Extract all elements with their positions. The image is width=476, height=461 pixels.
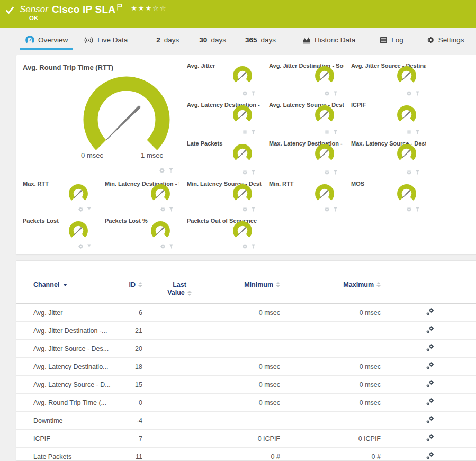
gauge-tile-max-rtt[interactable]: Max. RTT bbox=[22, 177, 97, 214]
column-header-maximum[interactable]: Maximum bbox=[280, 281, 381, 288]
pin-icon[interactable] bbox=[333, 169, 338, 175]
gear-icon[interactable] bbox=[160, 243, 166, 249]
pin-icon[interactable] bbox=[415, 91, 420, 96]
column-header-minimum[interactable]: Minimum bbox=[217, 281, 280, 288]
pin-icon[interactable] bbox=[250, 129, 256, 135]
tab-log[interactable]: Log bbox=[379, 35, 405, 50]
gear-icon[interactable] bbox=[324, 129, 330, 135]
gear-icon[interactable] bbox=[406, 206, 412, 212]
gear-icon[interactable] bbox=[406, 129, 412, 135]
edit-channel-button[interactable] bbox=[426, 344, 435, 352]
gauge-tile-avg-latency-source-destin[interactable]: Avg. Latency Source - Destin... bbox=[268, 98, 344, 137]
channel-row-avg-jitter-source-des[interactable]: Avg. Jitter Source - Des... 20 bbox=[16, 340, 476, 358]
edit-channel-button[interactable] bbox=[426, 451, 435, 460]
pin-icon[interactable] bbox=[250, 243, 256, 249]
tab-2-days[interactable]: 2days bbox=[155, 35, 180, 50]
channel-row-icpif[interactable]: ICPIF 7 0 ICPIF 0 ICPIF bbox=[16, 430, 476, 448]
channel-name[interactable]: Downtime bbox=[33, 417, 123, 424]
column-header-last-value[interactable]: Last Value bbox=[142, 281, 217, 297]
pin-icon[interactable] bbox=[86, 206, 92, 212]
column-header-channel[interactable]: Channel bbox=[33, 281, 123, 288]
star-empty-icon[interactable]: ☆ bbox=[152, 4, 160, 12]
column-header-id[interactable]: ID bbox=[123, 281, 142, 288]
gear-icon[interactable] bbox=[159, 167, 165, 174]
gauge-tile-avg-jitter-source-destination[interactable]: Avg. Jitter Source - Destination bbox=[350, 59, 426, 98]
edit-channel-button[interactable] bbox=[426, 415, 435, 424]
gear-icon[interactable] bbox=[406, 91, 412, 96]
gauge-tile-mos[interactable]: MOS bbox=[350, 177, 426, 214]
channel-row-avg-latency-destinatio[interactable]: Avg. Latency Destinatio... 18 0 msec 0 m… bbox=[16, 358, 476, 376]
gauge-tile-max-latency-destination-so[interactable]: Max. Latency Destination - So... bbox=[268, 137, 344, 177]
gauge-tile-avg-jitter[interactable]: Avg. Jitter bbox=[186, 59, 262, 98]
edit-channel-button[interactable] bbox=[426, 326, 435, 335]
pin-icon[interactable] bbox=[415, 206, 420, 212]
star-filled-icon[interactable]: ★ bbox=[131, 4, 138, 12]
pin-icon[interactable] bbox=[250, 206, 256, 212]
tab-settings[interactable]: Settings bbox=[426, 35, 465, 50]
gauge-tile-avg-latency-destination-so[interactable]: Avg. Latency Destination - So... bbox=[186, 98, 262, 137]
gauge-tile-min-latency-source-destina[interactable]: Min. Latency Source - Destina... bbox=[186, 177, 262, 214]
gauge-tile-min-rtt[interactable]: Min. RTT bbox=[268, 177, 344, 214]
tab-historic-data[interactable]: Historic Data bbox=[301, 35, 356, 50]
gear-icon[interactable] bbox=[242, 129, 248, 135]
pin-icon[interactable] bbox=[333, 91, 338, 96]
gear-icon[interactable] bbox=[242, 91, 248, 96]
gauge-tile-packets-lost[interactable]: Packets Lost % bbox=[104, 214, 179, 251]
gear-icon[interactable] bbox=[324, 91, 330, 96]
pin-icon[interactable] bbox=[86, 243, 92, 249]
channel-row-avg-latency-source-d[interactable]: Avg. Latency Source - D... 15 0 msec 0 m… bbox=[16, 376, 476, 394]
gear-icon[interactable] bbox=[78, 243, 84, 249]
channel-name[interactable]: Avg. Latency Destinatio... bbox=[33, 363, 123, 370]
gauge-tile-packets-out-of-sequence[interactable]: Packets Out of Sequence bbox=[186, 214, 262, 251]
channel-name[interactable]: Avg. Latency Source - D... bbox=[33, 381, 123, 388]
channel-name[interactable]: Avg. Jitter bbox=[33, 309, 123, 317]
flag-icon[interactable] bbox=[117, 4, 122, 11]
tab-live-data[interactable]: Live Data bbox=[83, 35, 129, 50]
star-filled-icon[interactable]: ★ bbox=[138, 4, 146, 12]
channel-name[interactable]: ICPIF bbox=[33, 435, 123, 442]
channel-row-downtime[interactable]: Downtime -4 bbox=[16, 412, 476, 430]
tab-30-days[interactable]: 30days bbox=[198, 35, 227, 50]
channel-name[interactable]: Avg. Jitter Destination -... bbox=[33, 327, 123, 335]
gear-icon[interactable] bbox=[324, 206, 330, 212]
gauge-tile-packets-lost[interactable]: Packets Lost bbox=[22, 214, 97, 251]
gauge-tile-featured[interactable]: Avg. Round Trip Time (RTT) 0 msec 1 msec bbox=[22, 59, 179, 177]
gear-icon[interactable] bbox=[406, 169, 412, 175]
pin-icon[interactable] bbox=[250, 169, 256, 175]
channel-name[interactable]: Late Packets bbox=[33, 453, 123, 460]
gear-icon[interactable] bbox=[242, 243, 248, 249]
edit-channel-button[interactable] bbox=[426, 361, 435, 370]
channel-row-avg-jitter[interactable]: Avg. Jitter 6 0 msec 0 msec bbox=[16, 304, 476, 322]
pin-icon[interactable] bbox=[415, 169, 420, 175]
edit-channel-button[interactable] bbox=[426, 433, 435, 442]
gear-icon[interactable] bbox=[242, 206, 248, 212]
edit-channel-button[interactable] bbox=[426, 379, 435, 388]
gauge-tile-icpif[interactable]: ICPIF bbox=[350, 98, 426, 137]
channel-row-avg-round-trip-time[interactable]: Avg. Round Trip Time (... 0 0 msec 0 mse… bbox=[16, 394, 476, 412]
gear-icon[interactable] bbox=[324, 169, 330, 175]
gear-icon[interactable] bbox=[242, 169, 248, 175]
pin-icon[interactable] bbox=[333, 129, 338, 135]
edit-channel-button[interactable] bbox=[426, 397, 435, 406]
tab-365-days[interactable]: 365days bbox=[244, 35, 277, 50]
gear-icon[interactable] bbox=[160, 206, 166, 212]
gauge-tile-avg-jitter-destination-source[interactable]: Avg. Jitter Destination - Source bbox=[268, 59, 344, 98]
pin-icon[interactable] bbox=[250, 91, 256, 96]
star-filled-icon[interactable]: ★ bbox=[146, 4, 153, 12]
pin-icon[interactable] bbox=[168, 206, 174, 212]
pin-icon[interactable] bbox=[168, 167, 174, 174]
star-rating[interactable]: ★★★☆☆ bbox=[131, 4, 167, 12]
pin-icon[interactable] bbox=[168, 243, 174, 249]
star-empty-icon[interactable]: ☆ bbox=[160, 4, 167, 12]
gauge-tile-max-latency-source-destin[interactable]: Max. Latency Source - Destin... bbox=[350, 137, 426, 177]
pin-icon[interactable] bbox=[415, 129, 420, 135]
gauge-tile-min-latency-destination-so[interactable]: Min. Latency Destination - So... bbox=[104, 177, 179, 214]
channel-row-avg-jitter-destination[interactable]: Avg. Jitter Destination -... 21 bbox=[16, 322, 476, 340]
gear-icon[interactable] bbox=[78, 206, 84, 212]
pin-icon[interactable] bbox=[333, 206, 338, 212]
channel-row-late-packets[interactable]: Late Packets 11 0 # 0 # bbox=[16, 448, 476, 461]
channel-name[interactable]: Avg. Jitter Source - Des... bbox=[33, 345, 123, 352]
tab-overview[interactable]: Overview bbox=[24, 35, 69, 50]
gauge-tile-late-packets[interactable]: Late Packets bbox=[186, 137, 262, 177]
edit-channel-button[interactable] bbox=[426, 308, 435, 317]
